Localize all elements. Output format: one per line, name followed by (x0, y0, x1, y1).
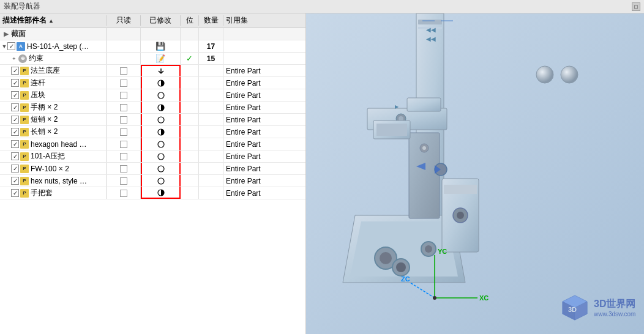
readonly-check-hexnuts (120, 177, 127, 185)
right-panel[interactable]: ◀◀ ◀◀ ▶ (306, 13, 644, 334)
table-row[interactable]: P 手柄 × 2 Entire Part (0, 102, 305, 114)
part-icon-flange: P (20, 67, 29, 75)
col-header-ref: 引用集 (223, 15, 285, 26)
section-icon: ▶ (4, 31, 9, 37)
svg-point-4 (158, 92, 164, 98)
readonly-check-block (120, 92, 127, 99)
title-text: 装配导航器 (4, 1, 40, 12)
checkbox-rod[interactable] (11, 79, 19, 87)
mod-icon-hexnuts (157, 177, 165, 185)
section-label: 截面 (11, 29, 26, 39)
shortpin-label: 短销 × 2 (31, 114, 58, 125)
readonly-check-handgrip (120, 190, 127, 197)
table-row[interactable]: ▼ A HS-101-A_step (… 💾 17 (0, 40, 305, 53)
svg-point-27 (380, 252, 392, 264)
part-icon-handle101: P (20, 152, 29, 161)
mod-icon-block (157, 92, 165, 99)
constraint-icon: ⊕ (18, 54, 27, 63)
svg-rect-15 (418, 20, 442, 24)
watermark-text: 3D世界网 (594, 298, 635, 311)
mod-icon-handgrip (157, 189, 165, 196)
checkbox-fw100[interactable] (11, 165, 19, 173)
part-icon-handle: P (20, 103, 29, 112)
qty-17: 17 (207, 42, 215, 51)
svg-point-6 (158, 117, 164, 123)
green-check-icon: ✓ (186, 54, 193, 63)
sort-arrow-icon[interactable]: ▲ (48, 18, 54, 24)
mod-icon-longpin (157, 128, 165, 136)
svg-text:ZC: ZC (401, 275, 410, 283)
readonly-check-longpin (120, 128, 127, 136)
readonly-check-handle (120, 104, 127, 111)
checkbox-handgrip[interactable] (11, 189, 19, 197)
part-icon-longpin: P (20, 128, 29, 136)
assembly-icon: A (17, 42, 25, 51)
ref-fw100: Entire Part (226, 165, 261, 173)
expand-icon[interactable]: + (11, 56, 17, 62)
mod-icon-handle (157, 104, 165, 111)
ref-hexnuts: Entire Part (226, 177, 261, 185)
mod-icon-fw100 (157, 165, 165, 173)
readonly-check-flange (120, 67, 127, 75)
table-row[interactable]: P 法兰底座 Entire Part (0, 65, 305, 77)
checkbox-longpin[interactable] (11, 128, 19, 136)
table-row[interactable]: P FW-100 × 2 Entire Part (0, 163, 305, 175)
ref-hexagon: Entire Part (226, 140, 261, 149)
title-controls: □ (632, 2, 640, 11)
readonly-check-fw100 (120, 165, 127, 173)
expand-icon[interactable]: ▼ (1, 43, 7, 50)
ref-shortpin: Entire Part (226, 116, 261, 124)
checkbox-shortpin[interactable] (11, 116, 19, 124)
hs101-label: HS-101-A_step (… (27, 42, 89, 51)
watermark: 3D 3D世界网 www.3dsw.com (560, 292, 639, 329)
ref-handle101: Entire Part (226, 152, 261, 161)
svg-text:XC: XC (479, 294, 489, 302)
table-body: ▶ 截面 ▼ A HS-101-A_step (… (0, 28, 305, 334)
rod-label: 连杆 (31, 78, 45, 88)
table-row[interactable]: P 101-A压把 Entire Part (0, 150, 305, 163)
longpin-label: 长销 × 2 (31, 127, 58, 137)
svg-point-31 (396, 262, 406, 272)
svg-point-29 (425, 245, 432, 253)
ref-flange: Entire Part (226, 67, 261, 75)
checkbox-handle[interactable] (11, 103, 19, 111)
svg-point-48 (536, 66, 553, 83)
table-row[interactable]: P 手把套 Entire Part (0, 187, 305, 199)
svg-point-45 (433, 296, 436, 300)
svg-point-8 (158, 141, 164, 147)
svg-rect-55 (376, 124, 407, 136)
checkbox-hs101[interactable] (7, 42, 15, 50)
maximize-btn[interactable]: □ (632, 2, 640, 11)
left-panel: 描述性部件名 ▲ 只读 已修改 位 数量 引用集 ▶ 截面 (0, 13, 306, 334)
col-header-pos: 位 (181, 15, 199, 26)
checkbox-hexagon[interactable] (11, 140, 19, 148)
part-icon-shortpin: P (20, 116, 29, 124)
svg-text:3D: 3D (568, 306, 577, 313)
checkbox-block[interactable] (11, 91, 19, 99)
svg-point-10 (158, 166, 164, 172)
handle101-label: 101-A压把 (31, 151, 65, 161)
svg-point-38 (422, 146, 426, 150)
checkbox-flange[interactable] (11, 67, 19, 75)
table-row[interactable]: P 长销 × 2 Entire Part (0, 126, 305, 138)
checkbox-hexnuts[interactable] (11, 177, 19, 185)
ref-rod: Entire Part (226, 79, 261, 87)
svg-point-9 (158, 154, 164, 160)
readonly-check-shortpin (120, 116, 127, 124)
col-header-qty: 数量 (199, 15, 223, 26)
table-row[interactable]: P 压块 Entire Part (0, 89, 305, 102)
table-row[interactable]: P 短销 × 2 Entire Part (0, 114, 305, 126)
table-row[interactable]: P hex nuts, style … Entire Part (0, 175, 305, 187)
table-row[interactable]: + ⊕ 约束 📝 ✓ 15 (0, 53, 305, 65)
svg-rect-33 (444, 185, 477, 194)
checkbox-handle101[interactable] (11, 152, 19, 160)
save-icon: 💾 (155, 42, 165, 51)
watermark-subtext: www.3dsw.com (594, 311, 635, 317)
table-row[interactable]: P 连杆 Entire Part (0, 77, 305, 89)
ref-handgrip: Entire Part (226, 189, 261, 198)
table-row[interactable]: P hexagon head … Entire Part (0, 138, 305, 150)
part-icon-fw100: P (20, 165, 29, 173)
table-row[interactable]: ▶ 截面 (0, 28, 305, 40)
svg-text:▶: ▶ (395, 104, 399, 109)
ref-handle: Entire Part (226, 103, 261, 112)
